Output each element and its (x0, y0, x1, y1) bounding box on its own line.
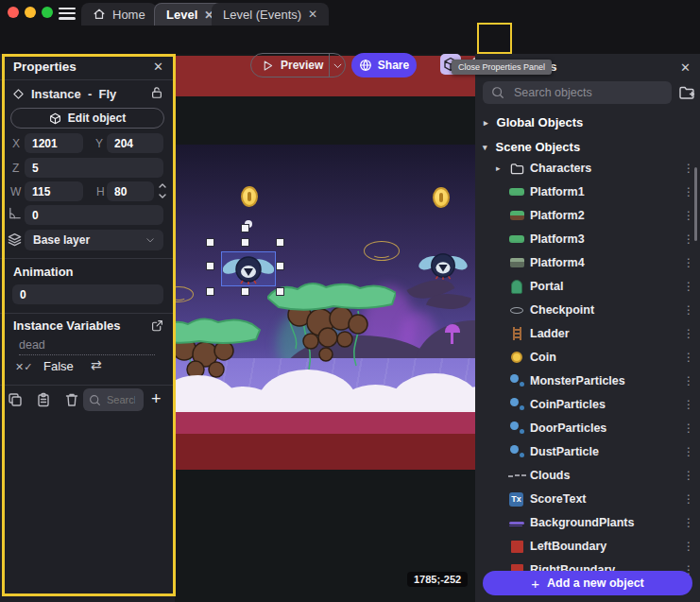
layer-icon (8, 232, 22, 247)
close-tab-icon[interactable]: ✕ (308, 8, 317, 21)
tab-home[interactable]: Home (81, 3, 157, 26)
close-properties-icon[interactable]: ✕ (153, 60, 163, 74)
add-variable-button[interactable]: + (151, 389, 162, 409)
w-input[interactable] (25, 181, 83, 201)
tab-level-events[interactable]: Level (Events) ✕ (212, 3, 329, 26)
preview-main[interactable]: Preview (251, 59, 329, 72)
selection-handle[interactable] (276, 238, 284, 247)
cursor-coordinates-badge: 1785;-252 (407, 572, 468, 587)
fly-instance[interactable] (418, 250, 468, 281)
boundary-icon (509, 539, 524, 554)
variables-search-input[interactable] (105, 393, 137, 406)
selected-fly-instance[interactable] (223, 253, 274, 285)
trash-icon[interactable] (64, 392, 79, 407)
item-menu-icon[interactable]: ⋮ (683, 469, 694, 482)
selection-handle[interactable] (276, 262, 284, 270)
item-menu-icon[interactable]: ⋮ (683, 445, 694, 458)
object-item-DustParticle[interactable]: ▸ DustParticle ⋮ (475, 440, 700, 463)
objects-search-input[interactable] (512, 85, 657, 100)
add-folder-icon[interactable] (678, 84, 695, 101)
external-link-icon[interactable] (151, 319, 163, 332)
selection-handle[interactable] (241, 287, 249, 296)
platform-grass-icon (509, 184, 524, 199)
preview-button[interactable]: Preview (250, 53, 346, 77)
object-item-Clouds[interactable]: ▸ Clouds ⋮ (475, 464, 700, 487)
selection-handle[interactable] (241, 238, 249, 247)
y-input[interactable] (107, 133, 163, 153)
item-menu-icon[interactable]: ⋮ (683, 303, 694, 317)
item-menu-icon[interactable]: ⋮ (683, 540, 694, 553)
variables-search[interactable] (83, 388, 144, 411)
object-item-Coin[interactable]: ▸ Coin ⋮ (475, 346, 700, 369)
coin-instance[interactable] (241, 186, 258, 207)
object-item-Platform1[interactable]: ▸ Platform1 ⋮ (475, 181, 700, 203)
item-menu-icon[interactable]: ⋮ (683, 209, 694, 222)
object-item-BackgroundPlants[interactable]: ▸ BackgroundPlants ⋮ (475, 511, 700, 534)
object-item-label: Platform3 (530, 232, 585, 246)
item-menu-icon[interactable]: ⋮ (683, 256, 694, 269)
item-menu-icon[interactable]: ⋮ (683, 374, 694, 387)
object-item-label: CoinParticles (530, 398, 606, 411)
animation-input[interactable] (12, 284, 163, 304)
item-menu-icon[interactable]: ⋮ (683, 327, 694, 340)
variable-value[interactable]: False (43, 359, 74, 373)
selection-handle[interactable] (276, 287, 284, 296)
window-minimize-light[interactable] (25, 7, 36, 18)
edit-object-button[interactable]: Edit object (10, 108, 164, 129)
layer-dropdown[interactable]: Base layer (25, 230, 163, 250)
preview-dropdown-button[interactable] (330, 60, 345, 71)
object-item-Portal[interactable]: ▸ Portal ⋮ (475, 275, 700, 298)
object-item-MonsterParticles[interactable]: ▸ MonsterParticles ⋮ (475, 370, 700, 392)
paste-icon[interactable] (36, 392, 51, 407)
share-button[interactable]: Share (351, 53, 417, 77)
object-item-Platform3[interactable]: ▸ Platform3 ⋮ (475, 228, 700, 250)
object-item-Platform4[interactable]: ▸ Platform4 ⋮ (475, 251, 700, 274)
swap-value-icon[interactable]: ⇄ (91, 357, 102, 372)
clouds-layer[interactable] (175, 358, 475, 411)
item-menu-icon[interactable]: ⋮ (683, 516, 694, 529)
h-label: H (96, 185, 105, 198)
scrollbar[interactable] (694, 167, 697, 241)
selection-rotate-handle[interactable] (241, 224, 249, 232)
z-input[interactable] (25, 158, 163, 178)
object-item-label: Clouds (530, 469, 570, 482)
objects-search[interactable] (483, 81, 672, 104)
object-item-DoorParticles[interactable]: ▸ DoorParticles ⋮ (475, 417, 700, 439)
item-menu-icon[interactable]: ⋮ (683, 162, 694, 175)
angle-input[interactable] (25, 205, 163, 225)
window-close-light[interactable] (8, 7, 19, 18)
edit-object-label: Edit object (68, 112, 126, 125)
selection-handle[interactable] (206, 287, 214, 296)
item-menu-icon[interactable]: ⋮ (683, 232, 694, 246)
object-item-Characters[interactable]: ▸ Characters ⋮ (475, 157, 700, 180)
x-input[interactable] (25, 133, 83, 153)
object-item-LeftBoundary[interactable]: ▸ LeftBoundary ⋮ (475, 535, 700, 558)
item-menu-icon[interactable]: ⋮ (683, 351, 694, 364)
object-item-Platform2[interactable]: ▸ Platform2 ⋮ (475, 204, 700, 227)
animation-section-title: Animation (13, 265, 74, 279)
group-scene-objects[interactable]: ▾ Scene Objects (483, 140, 580, 154)
object-item-ScoreText[interactable]: ▸ ScoreText ⋮ (475, 488, 700, 510)
item-menu-icon[interactable]: ⋮ (683, 421, 694, 435)
coin-instance[interactable] (433, 187, 450, 208)
h-input[interactable] (107, 181, 154, 201)
item-menu-icon[interactable]: ⋮ (683, 185, 694, 198)
level-canvas[interactable]: 1785;-252 (175, 54, 475, 602)
object-item-Ladder[interactable]: ▸ Ladder ⋮ (475, 322, 700, 345)
window-zoom-light[interactable] (42, 7, 53, 18)
selection-handle[interactable] (206, 262, 214, 270)
object-item-CoinParticles[interactable]: ▸ CoinParticles ⋮ (475, 393, 700, 416)
object-item-Checkpoint[interactable]: ▸ Checkpoint ⋮ (475, 299, 700, 321)
copy-icon[interactable] (8, 392, 23, 407)
item-menu-icon[interactable]: ⋮ (683, 280, 694, 293)
selection-handle[interactable] (206, 238, 214, 247)
item-menu-icon[interactable]: ⋮ (683, 492, 694, 506)
add-new-object-button[interactable]: + Add a new object (483, 571, 692, 595)
aspect-link-icon[interactable] (157, 182, 168, 199)
main-menu-button[interactable] (59, 5, 76, 23)
group-global-objects[interactable]: ▸ Global Objects (484, 115, 583, 129)
angle-icon (8, 206, 22, 220)
close-objects-icon[interactable]: ✕ (680, 60, 691, 75)
item-menu-icon[interactable]: ⋮ (683, 398, 694, 411)
unlock-icon[interactable] (150, 86, 163, 99)
